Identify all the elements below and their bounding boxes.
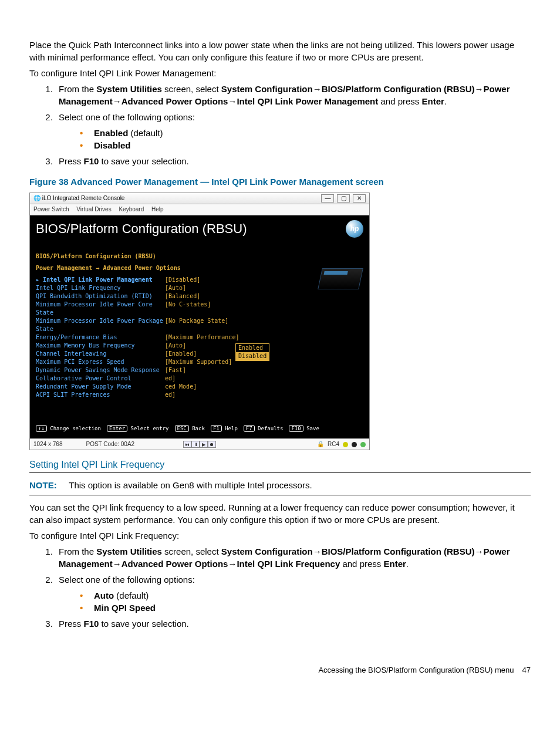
bios-option-label: Maximum PCI Express Speed: [36, 358, 165, 366]
bios-option-label: Intel QPI Link Power Management: [36, 276, 165, 284]
intro-text: Place the Quick Path Interconnect links …: [29, 39, 531, 63]
key-esc: ESC: [175, 425, 189, 432]
bios-option-row[interactable]: Maximum PCI Express Speed[Maximum Suppor…: [36, 358, 363, 366]
window-statusbar: 1024 x 768 POST Code: 00A2 ⏮⏸▶⏺ 🔒 RC4: [30, 438, 369, 450]
key-f7: F7: [244, 425, 255, 432]
bios-option-value: ed]: [165, 391, 176, 399]
bios-option-value: [Maximum Performance]: [165, 333, 239, 342]
option-min-qpi: Min QPI Speed: [80, 602, 531, 614]
bios-option-label: Minimum Processor Idle Power Package Sta…: [36, 317, 165, 333]
bios-option-value: [Maximum Supported]: [165, 358, 232, 366]
key-enter: Enter: [107, 425, 127, 432]
menu-power[interactable]: Power Switch: [33, 206, 69, 212]
bios-option-label: Redundant Power Supply Mode: [36, 383, 165, 391]
bios-option-row[interactable]: Minimum Processor Idle Power Core State[…: [36, 301, 363, 317]
note-row: NOTE: This option is available on Gen8 w…: [29, 479, 531, 491]
bios-options-list: Intel QPI Link Power Management[Disabled…: [36, 276, 363, 399]
bios-option-row[interactable]: QPI Bandwidth Optimization (RTID)[Balanc…: [36, 292, 363, 301]
intro-text-2: You can set the QPI link frequency to a …: [29, 501, 531, 526]
divider: [29, 472, 531, 473]
step-3: Press F10 to save your selection.: [55, 155, 531, 167]
bios-option-row[interactable]: Intel QPI Link Frequency[Auto]: [36, 284, 363, 292]
bios-option-label: Dynamic Power Savings Mode Response: [36, 366, 165, 374]
bios-option-value: [No C-states]: [165, 301, 211, 317]
step-3: Press F10 to save your selection.: [55, 617, 531, 630]
dropdown-disabled[interactable]: Disabled: [236, 352, 269, 360]
bios-option-value: ed]: [165, 374, 176, 383]
bios-option-value: [Auto]: [165, 284, 186, 292]
step-1: From the System Utilities screen, select…: [55, 545, 531, 570]
bios-option-row[interactable]: Energy/Performance Bias[Maximum Performa…: [36, 333, 363, 342]
lock-icon: 🔒: [317, 440, 324, 448]
led-yellow-icon: [343, 442, 348, 447]
bios-option-row[interactable]: Collaborative Power Controled]: [36, 374, 363, 383]
bios-option-value: [Auto]: [165, 342, 186, 350]
status-rc4: RC4: [328, 440, 339, 448]
menu-virtual-drives[interactable]: Virtual Drives: [76, 206, 111, 212]
figure-caption: Figure 38 Advanced Power Management — In…: [29, 175, 531, 188]
footer-text: Accessing the BIOS/Platform Configuratio…: [318, 665, 514, 676]
bios-option-row[interactable]: Minimum Processor Idle Power Package Sta…: [36, 317, 363, 333]
bios-option-label: Intel QPI Link Frequency: [36, 284, 165, 292]
bios-option-row[interactable]: ACPI SLIT Preferencesed]: [36, 391, 363, 399]
lead-text: To configure Intel QPI Link Power Manage…: [29, 67, 531, 79]
bios-option-row[interactable]: Maximum Memory Bus Frequency[Auto]: [36, 342, 363, 350]
bios-option-value: [Enabled]: [165, 350, 197, 358]
maximize-button[interactable]: ▢: [337, 194, 350, 202]
window-titlebar: 🌐 iLO Integrated Remote Console — ▢ ✕: [30, 193, 369, 204]
note-text: This option is available on Gen8 with mu…: [69, 480, 312, 490]
status-postcode: POST Code: 00A2: [86, 440, 135, 448]
window-controls: — ▢ ✕: [320, 194, 366, 202]
lead-text-2: To configure Intel QPI Link Frequency:: [29, 529, 531, 542]
key-f10: F10: [289, 425, 303, 432]
server-image: [318, 268, 363, 289]
steps-list-1: From the System Utilities screen, select…: [29, 83, 531, 167]
bios-option-row[interactable]: Redundant Power Supply Modeced Mode]: [36, 383, 363, 391]
bios-option-row[interactable]: Intel QPI Link Power Management[Disabled…: [36, 276, 363, 284]
footer-page: 47: [522, 665, 531, 676]
led-dark-icon: [352, 442, 357, 447]
dropdown-enabled[interactable]: Enabled: [236, 344, 269, 352]
bios-option-label: ACPI SLIT Preferences: [36, 391, 165, 399]
bios-option-label: Channel Interleaving: [36, 350, 165, 358]
steps-list-2: From the System Utilities screen, select…: [29, 545, 531, 630]
window-title: 🌐 iLO Integrated Remote Console: [33, 194, 124, 202]
media-controls[interactable]: ⏮⏸▶⏺: [183, 441, 216, 448]
section-heading: Setting Intel QPI Link Frequency: [29, 458, 531, 471]
bios-option-row[interactable]: Channel Interleaving[Enabled]: [36, 350, 363, 358]
option-auto: Auto (default): [80, 589, 531, 602]
option-list-2: Auto (default) Min QPI Speed: [59, 589, 531, 614]
bios-option-label: Maximum Memory Bus Frequency: [36, 342, 165, 350]
bios-body: BIOS/Platform Configuration (RBSU) hp BI…: [30, 215, 369, 438]
bios-option-value: ced Mode]: [165, 383, 197, 391]
menu-help[interactable]: Help: [151, 206, 164, 212]
option-list: Enabled (default) Disabled: [59, 127, 531, 151]
window-menubar: Power Switch Virtual Drives Keyboard Hel…: [30, 204, 369, 215]
status-resolution: 1024 x 768: [33, 440, 63, 448]
step-2: Select one of the following options: Aut…: [55, 573, 531, 614]
document-page: Place the Quick Path Interconnect links …: [0, 0, 560, 700]
bios-subtitle: BIOS/Platform Configuration (RBSU): [36, 252, 363, 261]
minimize-button[interactable]: —: [321, 194, 334, 202]
key-updown: ↑↓: [36, 425, 47, 432]
bios-option-value: [Disabled]: [165, 276, 200, 284]
menu-keyboard[interactable]: Keyboard: [119, 206, 144, 212]
bios-option-value: [Balanced]: [165, 292, 200, 301]
bios-title: BIOS/Platform Configuration (RBSU): [36, 220, 247, 238]
bios-breadcrumb: Power Management → Advanced Power Option…: [36, 264, 363, 272]
note-label: NOTE:: [29, 480, 57, 490]
bios-option-row[interactable]: Dynamic Power Savings Mode Response[Fast…: [36, 366, 363, 374]
option-disabled: Disabled: [80, 139, 531, 151]
bios-option-value: [Fast]: [165, 366, 186, 374]
hp-logo-icon: hp: [346, 220, 363, 238]
bios-option-label: Energy/Performance Bias: [36, 333, 165, 342]
option-enabled: Enabled (default): [80, 127, 531, 139]
close-button[interactable]: ✕: [353, 194, 366, 202]
bios-option-label: Collaborative Power Control: [36, 374, 165, 383]
step-1: From the System Utilities screen, select…: [55, 83, 531, 107]
function-key-bar: ↑↓ Change selection Enter Select entry E…: [36, 425, 319, 433]
page-footer: Accessing the BIOS/Platform Configuratio…: [29, 665, 531, 676]
bios-option-value: [No Package State]: [165, 317, 228, 333]
bios-dropdown[interactable]: Enabled Disabled: [235, 343, 269, 361]
step-2: Select one of the following options: Ena…: [55, 111, 531, 151]
